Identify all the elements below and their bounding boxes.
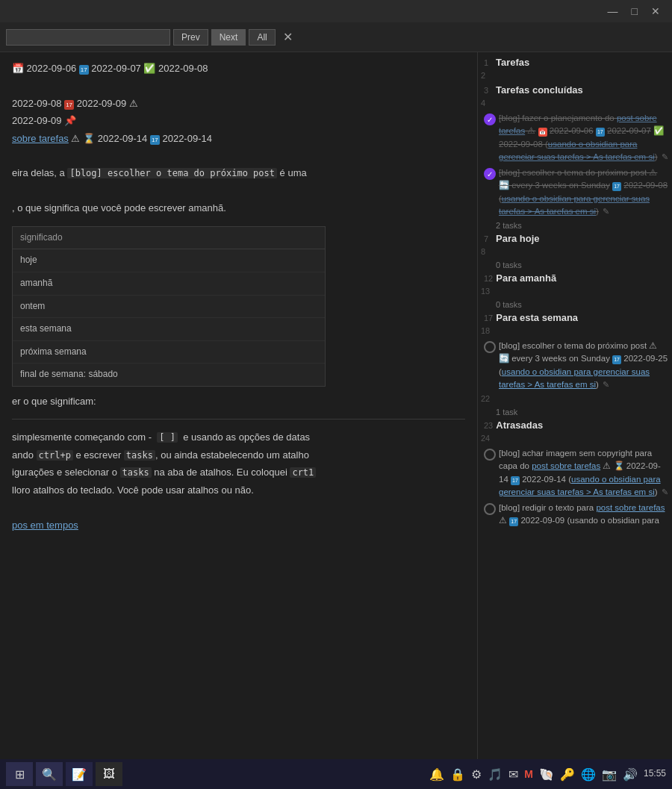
editor-line-2 [12, 77, 465, 94]
tasks-pane[interactable]: 1 Tarefas 2 3 Tarefas concluídas 4 [blog… [478, 52, 672, 759]
footer-line-4: lloro atalhos do teclado. Você pode usar… [12, 481, 465, 499]
tasks-spacer-13: 13 [478, 285, 672, 299]
editor-line-3: 2022-09-08 17 2022-09-09 ⚠ [12, 95, 465, 112]
editor-line-1: 📅 2022-09-06 17 2022-09-07 ✅ 2022-09-08 [12, 60, 465, 77]
meaning-row-5: final de semana: sábado [13, 364, 325, 386]
section-semana-title: Para esta semana [496, 312, 578, 323]
tasks-spacer-2: 2 [478, 69, 672, 83]
task-checkbox-done-1[interactable] [484, 113, 496, 125]
task-text-atrasadas-1: [blog] achar imagem sem copyright para c… [499, 447, 669, 499]
linenum-12: 12 [481, 274, 496, 283]
task-item-atrasadas-1: [blog] achar imagem sem copyright para c… [478, 446, 672, 500]
linenum-23: 23 [481, 421, 496, 430]
footer-line-6: pos em tempos [12, 517, 465, 534]
tray-notification[interactable]: 🔔 [429, 767, 444, 782]
tray-wifi[interactable]: 🌐 [581, 767, 596, 782]
count-amanha: 0 tasks [478, 299, 672, 311]
taskbar-app-2[interactable]: 🖼 [96, 762, 122, 786]
task-link-semana-1[interactable]: usando o obsidian para gerenciar suas ta… [499, 367, 650, 389]
task-checkbox-atrasadas-1[interactable] [484, 449, 496, 461]
footer-line-2: ando ctrl+p e escrever tasks, ou ainda e… [12, 446, 465, 464]
count-concluidas: 2 tasks [478, 219, 672, 231]
section-atrasadas: 23 Atrasadas [478, 418, 672, 432]
task-text-atrasadas-2: [blog] redigir o texto para post sobre t… [499, 502, 669, 528]
tray-m[interactable]: M [524, 768, 533, 780]
search-input[interactable] [6, 29, 170, 46]
task-item-done-2: [blog] escolher o tema do próximo post ⚠… [478, 165, 672, 219]
task-link-atrasadas-1b[interactable]: usando o obsidian para gerenciar suas ta… [499, 475, 661, 496]
search-close-button[interactable]: ✕ [279, 28, 297, 46]
tasks-title: Tarefas [496, 57, 529, 68]
task-edit-icon-atrasadas-1[interactable]: ✎ [662, 487, 668, 496]
section-semana: 17 Para esta semana [478, 311, 672, 325]
linenum-24: 24 [478, 434, 493, 443]
meaning-row-1: amanhã [13, 272, 325, 296]
prev-button[interactable]: Prev [173, 29, 208, 46]
start-button[interactable]: ⊞ [6, 762, 33, 786]
linenum-7: 7 [481, 234, 496, 243]
task-edit-icon-1[interactable]: ✎ [662, 152, 668, 161]
task-checkbox-done-2[interactable] [484, 168, 496, 180]
all-button[interactable]: All [249, 29, 275, 46]
tasks-title-linenum: 1 [481, 58, 496, 67]
linenum-22: 22 [478, 394, 493, 403]
editor-pane[interactable]: 📅 2022-09-06 17 2022-09-07 ✅ 2022-09-08 … [0, 52, 478, 759]
tray-volume[interactable]: 🔊 [623, 767, 638, 782]
count-hoje: 0 tasks [478, 259, 672, 271]
tray-music[interactable]: 🎵 [488, 767, 503, 782]
task-checkbox-atrasadas-2[interactable] [484, 503, 496, 515]
tasks-spacer-18: 18 [478, 325, 672, 338]
next-button[interactable]: Next [211, 29, 246, 46]
section-atrasadas-title: Atrasadas [496, 420, 543, 431]
tray-key[interactable]: 🔑 [560, 767, 575, 782]
meaning-row-3: esta semana [13, 318, 325, 341]
minimize-button[interactable]: — [602, 4, 624, 19]
tray-settings[interactable]: ⚙ [471, 767, 482, 782]
tray-camera[interactable]: 📷 [602, 767, 617, 782]
task-text-semana-1: [blog] escolher o tema do próximo post ⚠… [499, 340, 669, 391]
meaning-row-2: ontem [13, 296, 325, 319]
editor-text: 📅 2022-09-06 17 2022-09-07 ✅ 2022-09-08 [12, 63, 208, 74]
task-edit-icon-semana-1[interactable]: ✎ [603, 380, 609, 389]
task-link-atrasadas-1[interactable]: post sobre tarefas [532, 461, 600, 470]
linenum-17: 17 [481, 314, 496, 322]
tasks-spacer-22: 22 [478, 393, 672, 406]
taskbar-right: 🔔 🔒 ⚙ 🎵 ✉ M 🐚 🔑 🌐 📷 🔊 15:55 [429, 767, 666, 782]
editor-line-4: 2022-09-09 📌 [12, 112, 465, 129]
section-concluidas: 3 Tarefas concluídas [478, 83, 672, 97]
task-edit-icon-2[interactable]: ✎ [603, 207, 609, 216]
task-link-done-2b[interactable]: usando o obsidian para gerenciar suas ta… [499, 194, 650, 216]
editor-line-7: eira delas, a [blog] escolher o tema do … [12, 164, 465, 182]
taskbar: ⊞ 🔍 📝 🖼 🔔 🔒 ⚙ 🎵 ✉ M 🐚 🔑 🌐 📷 🔊 15:55 [0, 759, 672, 789]
below-table-line: er o que significam: [12, 393, 465, 410]
taskbar-app-1[interactable]: 📝 [66, 762, 93, 786]
section-hoje: 7 Para hoje [478, 231, 672, 246]
task-checkbox-semana-1[interactable] [484, 341, 496, 353]
editor-divider-1 [12, 419, 465, 420]
task-item-semana-1: [blog] escolher o tema do próximo post ⚠… [478, 338, 672, 393]
meaning-table: significado hoje amanhã ontem esta seman… [12, 226, 326, 387]
close-button[interactable]: ✕ [645, 4, 666, 19]
tray-lock[interactable]: 🔒 [450, 767, 465, 782]
section-concluidas-title: Tarefas concluídas [496, 84, 583, 96]
main-layout: 📅 2022-09-06 17 2022-09-07 ✅ 2022-09-08 … [0, 52, 672, 759]
search-bar: Prev Next All ✕ [0, 22, 672, 52]
footer-line-3: igurações e selecionar o tasks na aba de… [12, 464, 465, 481]
task-link-atrasadas-2[interactable]: post sobre tarefas [596, 503, 665, 512]
editor-line-6 [12, 147, 465, 164]
meaning-table-header: significado [13, 227, 325, 250]
tray-mail[interactable]: ✉ [508, 767, 518, 782]
clock: 15:55 [644, 768, 666, 780]
section-amanha: 12 Para amanhã [478, 271, 672, 285]
tasks-spacer-8: 8 [478, 246, 672, 259]
maximize-button[interactable]: □ [626, 4, 644, 19]
count-semana: 1 task [478, 406, 672, 418]
tray-shell[interactable]: 🐚 [539, 767, 554, 782]
task-text-done-2: [blog] escolher o tema do próximo post ⚠… [499, 166, 669, 218]
taskbar-search[interactable]: 🔍 [36, 762, 63, 786]
linenum-13: 13 [478, 287, 493, 296]
linenum-3: 3 [481, 86, 496, 95]
section-amanha-title: Para amanhã [496, 272, 556, 284]
task-text-done-1: [blog] fazer o planejamento do post sobr… [499, 112, 669, 163]
tasks-header: 1 Tarefas [478, 55, 672, 69]
